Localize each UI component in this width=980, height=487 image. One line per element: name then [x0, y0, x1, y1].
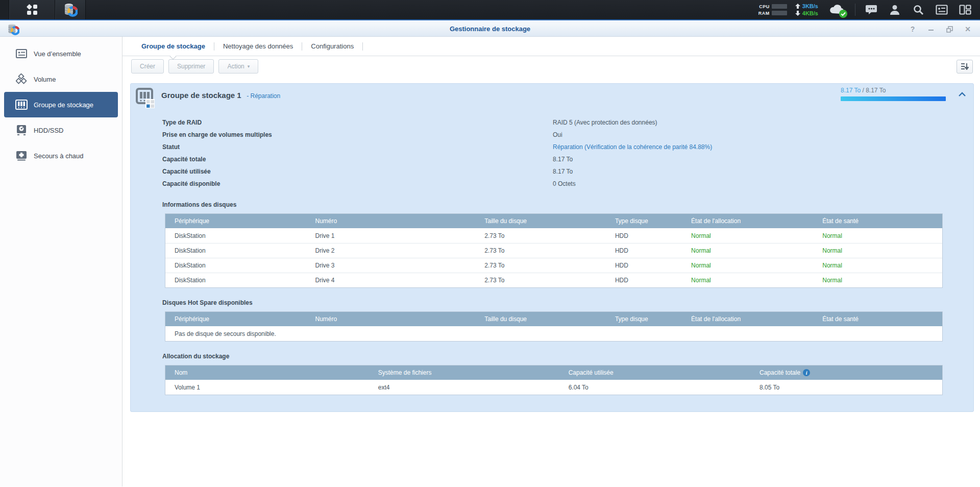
volume-icon [15, 73, 28, 85]
user-button[interactable] [887, 2, 902, 17]
tab-data-scrubbing[interactable]: Nettoyage des données [214, 37, 302, 56]
detail-label: Capacité totale [162, 153, 553, 165]
cloud-sync-button[interactable] [826, 2, 847, 17]
sidebar-item-label: Vue d’ensemble [34, 50, 81, 58]
hot-spare-title: Disques Hot Spare disponibles [162, 299, 943, 306]
table-cell: HDD [606, 232, 682, 239]
sidebar-item-volume[interactable]: Volume [4, 66, 118, 92]
table-cell: 6.04 To [559, 384, 750, 391]
table-cell: Normal [682, 262, 813, 269]
hdd-icon [15, 124, 28, 136]
table-cell: Drive 1 [306, 232, 475, 239]
help-button[interactable]: ? [909, 25, 917, 33]
sort-button[interactable] [957, 60, 973, 74]
detail-value: RAID 5 (Avec protection des données) [553, 116, 973, 129]
cpu-meter [772, 4, 787, 9]
ram-label: RAM [756, 11, 770, 16]
column-header: État de santé [813, 217, 942, 225]
storage-manager-window: Gestionnaire de stockage ? ✕ Vue d’ensem [0, 21, 980, 487]
storage-group-icon [15, 99, 28, 111]
table-cell: Normal [813, 232, 942, 239]
taskbar-storage-manager-button[interactable] [55, 0, 86, 19]
create-button[interactable]: Créer [131, 59, 164, 74]
tab-separator [362, 42, 363, 51]
sidebar-item-label: HDD/SSD [34, 127, 64, 134]
main-menu-icon [26, 3, 39, 16]
table-row: DiskStationDrive 12.73 ToHDDNormalNormal [165, 228, 942, 243]
table-cell: Normal [813, 262, 942, 269]
column-header: Périphérique [165, 315, 306, 323]
table-cell: ext4 [369, 384, 559, 391]
allocation-title: Allocation du stockage [162, 353, 943, 360]
chevron-up-icon [958, 92, 966, 97]
sidebar-item-hdd-ssd[interactable]: HDD/SSD [4, 117, 118, 143]
window-titlebar[interactable]: Gestionnaire de stockage ? ✕ [0, 21, 980, 37]
storage-manager-icon [63, 3, 78, 17]
detail-row: Type de RAID RAID 5 (Avec protection des… [131, 116, 973, 129]
table-cell: HDD [606, 247, 682, 254]
tab-label: Nettoyage des données [223, 42, 293, 50]
sidebar-item-hot-spare[interactable]: Secours à chaud [4, 143, 118, 168]
panel-header: Groupe de stockage 1 - Réparation 8.17 T… [131, 84, 973, 109]
table-cell: Volume 1 [165, 384, 369, 391]
table-cell: Normal [682, 247, 813, 254]
sidebar-item-overview[interactable]: Vue d’ensemble [4, 41, 118, 66]
table-cell: 8.05 To [750, 384, 942, 391]
taskbar-divider [855, 4, 855, 16]
restore-button[interactable] [945, 25, 953, 33]
info-icon[interactable]: i [803, 369, 810, 376]
table-cell: 2.73 To [475, 247, 606, 254]
minimize-button[interactable] [927, 25, 935, 33]
allocation-table-body: Volume 1ext46.04 To8.05 To [165, 380, 942, 395]
chat-button[interactable] [864, 2, 879, 17]
column-header: Capacité totale i [750, 369, 942, 376]
table-cell: Normal [682, 232, 813, 239]
main-content: Groupe de stockage Nettoyage des données… [122, 37, 980, 486]
show-desktop-button[interactable] [0, 0, 9, 19]
download-arrow-icon [795, 11, 800, 16]
table-cell: DiskStation [165, 232, 306, 239]
detail-row: Statut Réparation (Vérification de la co… [131, 141, 973, 153]
table-cell: 2.73 To [475, 232, 606, 239]
hot-spare-table-header: PériphériqueNuméroTaille du disqueType d… [165, 312, 942, 326]
table-row: Volume 1ext46.04 To8.05 To [165, 380, 942, 395]
download-speed: 4KB/s [802, 10, 818, 16]
detail-label: Type de RAID [162, 116, 553, 129]
main-menu-button[interactable] [9, 0, 55, 19]
table-cell: Drive 2 [306, 247, 475, 254]
action-label: Action [227, 63, 244, 70]
widgets-button[interactable] [934, 2, 949, 17]
tab-bar: Groupe de stockage Nettoyage des données… [122, 37, 980, 56]
column-header: État de santé [813, 315, 942, 323]
column-header: Type disque [606, 217, 682, 225]
column-header: État de l'allocation [682, 217, 813, 225]
search-button[interactable] [911, 2, 926, 17]
close-button[interactable]: ✕ [964, 25, 972, 33]
cpu-label: CPU [756, 4, 770, 9]
tab-storage-group[interactable]: Groupe de stockage [133, 37, 214, 56]
collapse-panel-button[interactable] [958, 91, 966, 99]
pilot-view-button[interactable] [958, 2, 973, 17]
column-header: Nom [165, 369, 369, 376]
restore-icon [946, 26, 953, 33]
disk-info-title: Informations des disques [162, 201, 943, 208]
detail-value-status: Réparation (Vérification de la cohérence… [553, 141, 973, 153]
column-header: Numéro [306, 217, 475, 225]
storage-group-title: Groupe de stockage 1 [161, 91, 241, 100]
network-speed-widget[interactable]: 3KB/s 4KB/s [795, 3, 818, 16]
allocation-table: Nom Système de fichiers Capacité utilisé… [165, 365, 943, 395]
column-header: Capacité utilisée [559, 369, 750, 376]
table-cell: Normal [813, 277, 942, 284]
tab-configurations[interactable]: Configurations [302, 37, 362, 56]
sidebar-item-storage-group[interactable]: Groupe de stockage [4, 92, 118, 117]
system-monitor-widget[interactable]: CPU RAM [756, 4, 787, 16]
detail-value: 0 Octets [553, 178, 973, 190]
column-header: Périphérique [165, 217, 306, 225]
delete-button[interactable]: Supprimer [168, 59, 214, 74]
table-row: DiskStationDrive 42.73 ToHDDNormalNormal [165, 273, 942, 287]
hot-spare-icon [15, 150, 28, 162]
action-dropdown-button[interactable]: Action ▾ [218, 59, 258, 74]
table-cell: DiskStation [165, 277, 306, 284]
upload-arrow-icon [795, 4, 800, 9]
tab-label: Groupe de stockage [141, 42, 205, 50]
